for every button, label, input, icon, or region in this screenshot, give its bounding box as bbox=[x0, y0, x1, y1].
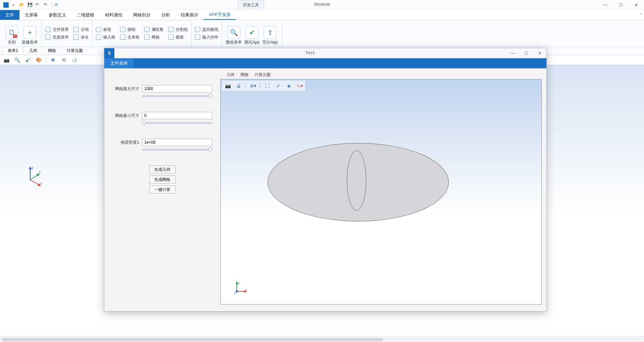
textbox-item[interactable]: 文本框 bbox=[120, 35, 140, 40]
gen-mesh-button[interactable]: 生成网格 bbox=[149, 176, 175, 184]
axis2d-z-label: z bbox=[234, 291, 236, 295]
ribbon-tab-material[interactable]: 材料属性 bbox=[100, 10, 128, 20]
camera-icon[interactable]: 📷 bbox=[3, 56, 10, 64]
new-form-button[interactable]: ＋ 新建表单 bbox=[21, 22, 38, 45]
vp-axis-icon[interactable]: ⤡▾ bbox=[296, 82, 303, 89]
open-icon[interactable]: 📂 bbox=[19, 2, 25, 8]
compute-button[interactable]: 一键计算 bbox=[149, 186, 175, 194]
refresh-icon[interactable]: ⟳ bbox=[55, 2, 60, 8]
dev-tools-tab[interactable]: 开发工具 bbox=[238, 0, 264, 10]
charge-density-input[interactable] bbox=[142, 139, 212, 146]
ribbon-tab-2d[interactable]: 二维建模 bbox=[71, 10, 100, 20]
redo-icon[interactable]: ↷ bbox=[44, 2, 49, 8]
propset-item[interactable]: 属性集 bbox=[144, 27, 164, 32]
button-item[interactable]: 按钮 bbox=[120, 27, 140, 32]
vp-zoom-select-icon[interactable]: ⛶ bbox=[264, 82, 271, 89]
command-item[interactable]: 命令 bbox=[73, 35, 89, 40]
maximize-button[interactable]: ☐ bbox=[613, 0, 629, 10]
close-button[interactable]: ✕ bbox=[629, 0, 644, 10]
vp-print-icon[interactable]: 🖨 bbox=[235, 82, 242, 89]
label-item[interactable]: 标签 bbox=[96, 27, 115, 32]
palette-icon[interactable]: 🎨 bbox=[35, 56, 42, 64]
grid-item[interactable]: 网格 bbox=[144, 35, 164, 40]
charge-density-slider[interactable] bbox=[142, 149, 212, 151]
horizontal-scrollbar[interactable] bbox=[2, 338, 637, 341]
undo-icon[interactable]: ↶ bbox=[36, 2, 41, 8]
close-app-label: 关闭 bbox=[8, 40, 16, 45]
ribbon-tab-analysis[interactable]: 分析 bbox=[156, 10, 175, 20]
ribbon-tab-appdev[interactable]: APP开发器 bbox=[204, 10, 236, 20]
close-app-button[interactable]: 🗋✕ 关闭 bbox=[3, 22, 20, 45]
page-menu-item[interactable]: 页面菜单 bbox=[45, 35, 69, 40]
brush-icon[interactable]: 🖌 bbox=[24, 56, 32, 64]
max-size-input[interactable] bbox=[142, 85, 212, 92]
test-icon: ✔ bbox=[246, 26, 258, 39]
vp-camera-icon[interactable]: 📷 bbox=[224, 82, 231, 89]
preview-form-button[interactable]: 🔍 预览表单 bbox=[225, 22, 242, 45]
dialog-minimize-button[interactable]: — bbox=[506, 51, 520, 56]
vp-fit-icon[interactable]: ⤢ bbox=[274, 82, 282, 89]
monitor-curve-item[interactable]: 监控曲线 bbox=[195, 27, 218, 32]
axis-gizmo-2d: y x z bbox=[234, 281, 248, 294]
scrollbar-thumb[interactable] bbox=[2, 338, 383, 341]
dialog-close-button[interactable]: ✕ bbox=[533, 51, 546, 56]
max-size-label: 网格最大尺寸 bbox=[112, 86, 139, 92]
dialog-title-bar[interactable]: S Test — ☐ ✕ bbox=[104, 48, 546, 58]
vp-ruler-icon[interactable]: ◈ bbox=[285, 82, 292, 89]
divider-icon bbox=[52, 2, 52, 8]
app-logo-icon bbox=[3, 2, 9, 8]
dialog-file-menu-tab[interactable]: 文件菜单 bbox=[104, 58, 134, 68]
tag-icon bbox=[96, 27, 101, 32]
view-tab-geom[interactable]: 几何 bbox=[226, 72, 234, 79]
ribbon-tab-params[interactable]: 参数定义 bbox=[43, 10, 71, 20]
doc-tab-cloud[interactable]: 计算云图 bbox=[62, 47, 88, 55]
input-item[interactable]: 输入框 bbox=[96, 35, 115, 40]
input-control-label: 输入控件 bbox=[202, 35, 218, 40]
ribbon-tab-results[interactable]: 结果展示 bbox=[175, 10, 204, 20]
ribbon-tab-home[interactable]: 主屏幕 bbox=[19, 10, 43, 20]
new-form-icon: ＋ bbox=[23, 26, 36, 39]
doc-tab-geom[interactable]: 几何 bbox=[24, 47, 42, 55]
slider-thumb[interactable] bbox=[142, 121, 146, 125]
reset-view-icon[interactable]: ⭯ bbox=[71, 56, 78, 64]
test-app-button[interactable]: ✔ 测试App bbox=[244, 22, 260, 45]
vp-cancel-icon[interactable]: ⊘▾ bbox=[249, 82, 257, 89]
minimize-button[interactable]: — bbox=[598, 0, 613, 10]
pan-icon[interactable]: ✥ bbox=[49, 56, 57, 64]
splitter-item[interactable]: 分割线 bbox=[168, 27, 188, 32]
window-controls: — ☐ ✕ bbox=[598, 0, 644, 10]
title-bar: ＋ 📂 💾 ↶ ↷ ⟳ 开发工具 Simdroid — ☐ ✕ bbox=[0, 0, 644, 10]
view-tab-mesh[interactable]: 网格 bbox=[240, 72, 249, 79]
dialog-maximize-button[interactable]: ☐ bbox=[520, 51, 533, 56]
status-bar bbox=[0, 336, 644, 342]
charge-density-label: 电荷密度1 bbox=[112, 140, 139, 145]
ribbon-tab-file[interactable]: 文件 bbox=[0, 10, 19, 20]
max-size-slider[interactable] bbox=[142, 95, 212, 97]
min-size-input[interactable] bbox=[142, 112, 212, 119]
ribbon-collapse-icon[interactable]: ⌃ bbox=[637, 10, 644, 20]
slider-thumb[interactable] bbox=[208, 94, 212, 98]
rotate-icon[interactable]: ⟲ bbox=[60, 56, 67, 64]
doc-tab-mesh[interactable]: 网格 bbox=[43, 47, 61, 55]
axis-y-label: y bbox=[39, 170, 41, 174]
zoom-icon[interactable]: 🔍 bbox=[13, 56, 21, 64]
view-tab-cloud[interactable]: 计算云图 bbox=[255, 72, 271, 79]
chart-item[interactable]: 图表 bbox=[168, 35, 188, 40]
save-icon[interactable]: 💾 bbox=[28, 2, 33, 8]
ribbon-group-forms: 🗋✕ 关闭 ＋ 新建表单 bbox=[0, 20, 42, 47]
gen-geom-button[interactable]: 生成几何 bbox=[149, 165, 175, 174]
quick-access-toolbar: ＋ 📂 💾 ↶ ↷ ⟳ bbox=[0, 2, 63, 8]
min-size-slider[interactable] bbox=[142, 122, 212, 124]
new-icon[interactable]: ＋ bbox=[11, 2, 17, 8]
page-menu-icon bbox=[45, 35, 51, 40]
doc-tab-form1[interactable]: 表单1 bbox=[3, 47, 23, 55]
slider-thumb[interactable] bbox=[208, 147, 212, 151]
input-control-item[interactable]: 输入控件 bbox=[195, 35, 218, 40]
export-app-button[interactable]: ⇪ 导出App bbox=[262, 22, 278, 45]
app-title: Simdroid bbox=[314, 2, 330, 7]
file-menu-item[interactable]: 文件菜单 bbox=[45, 27, 69, 32]
viewport-3d[interactable]: 📷 🖨 ⊘▾ ⛶ ⤢ ◈ ⤡▾ y x bbox=[220, 79, 542, 304]
group-item[interactable]: 分组 bbox=[73, 27, 89, 32]
ribbon-tab-mesh[interactable]: 网格剖分 bbox=[128, 10, 156, 20]
propset-icon bbox=[144, 27, 150, 32]
